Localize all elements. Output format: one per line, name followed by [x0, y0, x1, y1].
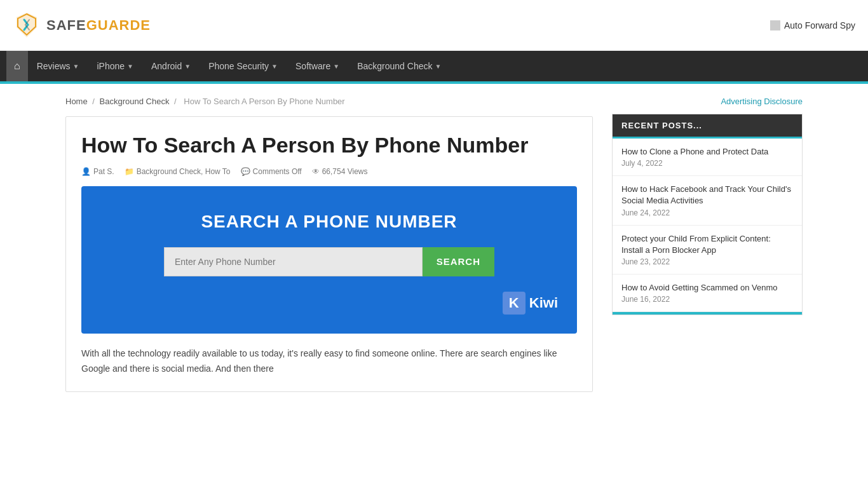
phone-security-arrow-icon: ▼	[271, 63, 278, 70]
nav-iphone-label: iPhone	[97, 61, 125, 71]
background-check-arrow-icon: ▼	[435, 63, 441, 70]
breadcrumb: Home / Background Check / How To Search …	[65, 97, 593, 106]
search-banner: SEARCH A PHONE NUMBER SEARCH K Kiwi	[81, 186, 577, 334]
comment-icon: 💬	[241, 167, 250, 176]
kiwi-branding: K Kiwi	[100, 292, 558, 315]
article-intro: With all the technology readily availabl…	[81, 346, 577, 377]
reviews-arrow-icon: ▼	[73, 63, 79, 70]
recent-post-title-3: Protect your Child From Explicit Content…	[621, 233, 793, 256]
logo-area[interactable]: SAFEGUARDE	[13, 11, 151, 39]
author-icon: 👤	[81, 167, 91, 176]
breadcrumb-sep2: /	[174, 97, 177, 106]
nav-iphone[interactable]: iPhone ▼	[88, 51, 142, 81]
views-icon: 👁	[312, 167, 320, 176]
kiwi-k-icon: K	[503, 292, 526, 315]
nav-software[interactable]: Software ▼	[287, 51, 348, 81]
nav-background-check[interactable]: Background Check ▼	[348, 51, 450, 81]
phone-search-input[interactable]	[164, 247, 423, 276]
nav-reviews-label: Reviews	[37, 61, 71, 71]
breadcrumb-sep1: /	[92, 97, 95, 106]
article-meta: 👤 Pat S. 📁 Background Check, How To 💬 Co…	[81, 167, 577, 176]
search-row: SEARCH	[164, 247, 494, 276]
meta-categories: 📁 Background Check, How To	[125, 167, 231, 176]
recent-post-date-4: June 16, 2022	[621, 295, 793, 304]
breadcrumb-background-check[interactable]: Background Check	[100, 97, 170, 106]
kiwi-label: Kiwi	[529, 295, 558, 311]
search-button[interactable]: SEARCH	[423, 247, 494, 276]
logo-text: SAFEGUARDE	[46, 17, 151, 34]
sidebar-bottom-accent	[613, 312, 802, 315]
main-content: Home / Background Check / How To Search …	[65, 97, 593, 392]
recent-post-date-2: June 24, 2022	[621, 208, 793, 217]
meta-views-text: 66,754 Views	[322, 167, 368, 176]
nav-background-check-label: Background Check	[357, 61, 432, 71]
meta-comments-text: Comments Off	[253, 167, 302, 176]
advertising-disclosure-link[interactable]: Advertising Disclosure	[612, 97, 803, 106]
sidebar: Advertising Disclosure RECENT POSTS... H…	[612, 97, 803, 392]
header-ad: Auto Forward Spy	[770, 20, 855, 30]
meta-categories-text: Background Check, How To	[137, 167, 231, 176]
meta-author-name: Pat S.	[93, 167, 114, 176]
article-body: With all the technology readily availabl…	[81, 346, 577, 377]
recent-post-title-4: How to Avoid Getting Scammed on Venmo	[621, 282, 793, 294]
nav-reviews[interactable]: Reviews ▼	[28, 51, 88, 81]
recent-posts-box: RECENT POSTS... How to Clone a Phone and…	[612, 114, 803, 315]
software-arrow-icon: ▼	[333, 63, 339, 70]
recent-posts-header: RECENT POSTS...	[613, 114, 802, 139]
search-banner-title: SEARCH A PHONE NUMBER	[100, 212, 558, 232]
recent-post-item-3[interactable]: Protect your Child From Explicit Content…	[613, 226, 802, 274]
recent-post-date-1: July 4, 2022	[621, 159, 793, 168]
logo-icon	[13, 11, 41, 39]
breadcrumb-home[interactable]: Home	[65, 97, 88, 106]
article-title: How To Search A Person By Phone Number	[81, 132, 577, 158]
breadcrumb-current: How To Search A Person By Phone Number	[184, 97, 344, 106]
recent-post-date-3: June 23, 2022	[621, 257, 793, 266]
android-arrow-icon: ▼	[184, 63, 191, 70]
page-layout: Home / Background Check / How To Search …	[53, 84, 815, 405]
recent-post-title-1: How to Clone a Phone and Protect Data	[621, 146, 793, 158]
iphone-arrow-icon: ▼	[127, 63, 133, 70]
meta-author: 👤 Pat S.	[81, 167, 114, 176]
home-icon: ⌂	[14, 60, 20, 72]
nav-android-label: Android	[151, 61, 182, 71]
kiwi-logo: K Kiwi	[503, 292, 558, 315]
ad-image	[770, 20, 780, 30]
nav-software-label: Software	[295, 61, 330, 71]
meta-comments: 💬 Comments Off	[241, 167, 302, 176]
site-header: SAFEGUARDE Auto Forward Spy	[0, 0, 868, 51]
nav-phone-security-label: Phone Security	[208, 61, 269, 71]
meta-views: 👁 66,754 Views	[312, 167, 368, 176]
nav-phone-security[interactable]: Phone Security ▼	[200, 51, 287, 81]
recent-post-item-4[interactable]: How to Avoid Getting Scammed on Venmo Ju…	[613, 274, 802, 312]
nav-home[interactable]: ⌂	[6, 51, 28, 81]
article-box: How To Search A Person By Phone Number 👤…	[65, 116, 593, 392]
ad-text: Auto Forward Spy	[784, 20, 855, 30]
recent-post-item-2[interactable]: How to Hack Facebook and Track Your Chil…	[613, 176, 802, 225]
category-icon: 📁	[125, 167, 134, 176]
nav-android[interactable]: Android ▼	[142, 51, 200, 81]
recent-post-title-2: How to Hack Facebook and Track Your Chil…	[621, 184, 793, 207]
navbar: ⌂ Reviews ▼ iPhone ▼ Android ▼ Phone Sec…	[0, 51, 868, 81]
recent-post-item-1[interactable]: How to Clone a Phone and Protect Data Ju…	[613, 139, 802, 176]
